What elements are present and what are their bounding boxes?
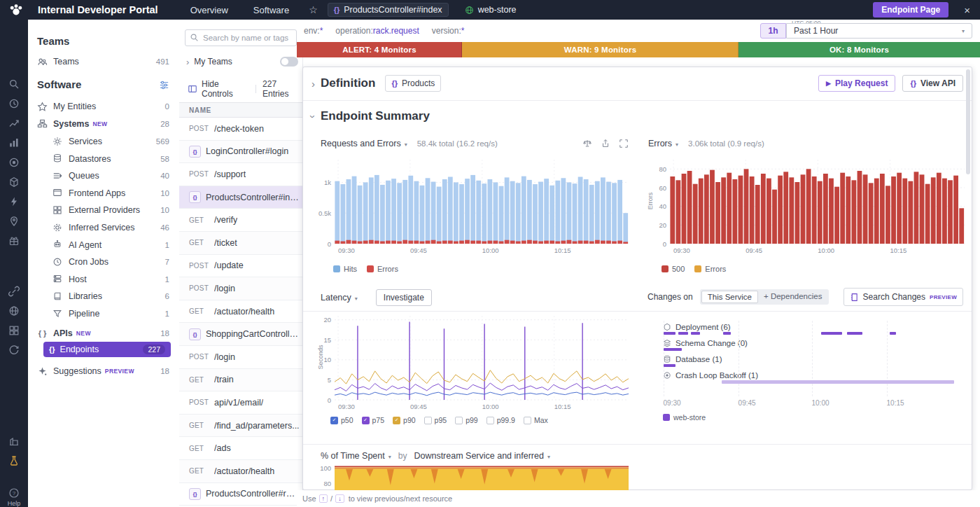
sidebar-item-datastores[interactable]: Datastores 58 [28,151,179,167]
legend-p99[interactable]: p99 [455,416,478,424]
table-row[interactable]: POST/support [179,163,302,186]
service-breadcrumb-chip[interactable]: web-store [458,3,523,17]
play-request-button[interactable]: ▶ Play Request [818,75,895,92]
entity-breadcrumb-chip[interactable]: {} ProductsController#index [328,3,449,17]
investigate-button[interactable]: Investigate [376,289,432,306]
view-api-button[interactable]: {} View API [902,75,963,92]
legend-500[interactable]: 500 [662,265,685,273]
labs-flask-icon[interactable] [8,455,20,466]
time-spent-dropdown[interactable]: % of Time Spent▾ [321,451,391,461]
requests-chart[interactable]: 1k0.5k009:3009:4510:0010:15 [318,158,629,258]
timeline-row-database[interactable]: Database (1) [663,354,722,364]
package-icon[interactable] [8,176,20,188]
timeline-row-schema-change[interactable]: Schema Change (0) [663,338,748,348]
table-row[interactable]: GET/ticket [179,232,302,255]
downstream-dropdown[interactable]: Downstream Service and inferred▾ [414,451,550,461]
dependencies-toggle[interactable]: + Dependencies [758,291,827,303]
gift-icon[interactable] [8,235,20,246]
table-row-selected[interactable]: {}ProductsController#index [179,186,302,209]
favorite-star-icon[interactable]: ☆ [309,4,318,15]
table-row[interactable]: POST/update [179,255,302,278]
table-row[interactable]: GET/actuator/health [179,460,302,483]
sidebar-item-external-providers[interactable]: External Providers 10 [28,202,179,218]
sync-icon[interactable] [8,345,20,356]
table-row[interactable]: POST/check-token [179,118,302,141]
filter-chip-version[interactable]: version:* [432,26,465,36]
my-teams-toggle[interactable] [280,57,298,67]
tab-overview[interactable]: Overview [190,5,228,15]
sidebar-item-ai-agent[interactable]: AI Agent 1 [28,237,179,254]
link-icon[interactable] [8,286,20,297]
pin-icon[interactable] [8,216,20,227]
legend-p75[interactable]: p75 [362,416,385,424]
sidebar-item-host[interactable]: Host 1 [28,271,179,288]
sidebar-item-suggestions[interactable]: Suggestions PREVIEW 18 [28,363,179,380]
name-column-header[interactable]: NAME [179,102,302,118]
sidebar-item-my-entities[interactable]: My Entities 0 [28,98,179,115]
table-row[interactable]: {}ShoppingCartController#... [179,323,302,346]
table-row[interactable]: GET/actuator/health [179,300,302,324]
chevron-right-icon[interactable]: › [186,57,189,67]
help-icon[interactable]: ? [8,487,20,499]
filter-chip-env[interactable]: env:* [304,26,323,36]
sidebar-item-libraries[interactable]: Libraries 6 [28,288,179,305]
requests-errors-dropdown[interactable]: Requests and Errors▾ [321,139,407,148]
alert-monitors-segment[interactable]: ALERT: 4 Monitors [297,42,462,57]
trend-icon[interactable] [8,118,20,129]
table-row[interactable]: POST/login [179,346,302,369]
legend-hits[interactable]: Hits [333,265,357,273]
endpoint-page-button[interactable]: Endpoint Page [873,2,948,18]
export-icon[interactable] [601,139,610,148]
table-row[interactable]: GET/verify [179,209,302,232]
timeline-row-crash-loop[interactable]: Crash Loop Backoff (1) [663,370,758,380]
metrics-icon[interactable] [8,137,20,148]
time-spent-chart[interactable]: 10080 [318,463,629,491]
latency-chart[interactable]: 2015105009:3009:4510:0010:15Seconds [318,314,629,414]
time-range-short[interactable]: 1h [760,23,786,39]
legend-errors-orange[interactable]: Errors [694,265,726,273]
sidebar-item-cron-jobs[interactable]: Cron Jobs 7 [28,254,179,270]
sidebar-item-apis[interactable]: { } APIs NEW 18 [28,325,179,342]
bolt-icon[interactable] [8,196,20,207]
sidebar-item-endpoints-selected[interactable]: {} Endpoints 227 [43,342,171,357]
chevron-right-icon[interactable]: › [312,78,315,90]
this-service-toggle[interactable]: This Service [701,291,758,303]
scrollbar-thumb[interactable] [966,69,970,174]
sidebar-item-inferred-services[interactable]: Inferred Services 46 [28,219,179,236]
table-row[interactable]: {}LoginController#login [179,141,302,164]
products-service-chip[interactable]: {} Products [385,75,441,92]
sidebar-item-systems[interactable]: Systems NEW 28 [28,116,179,132]
tab-software[interactable]: Software [253,5,289,15]
search-changes-button[interactable]: Search Changes PREVIEW [844,288,963,306]
table-row[interactable]: GET/train [179,369,302,392]
ok-monitors-segment[interactable]: OK: 8 Monitors [738,42,980,57]
history-icon[interactable] [8,98,20,109]
errors-chart[interactable]: 80604020009:3009:4510:0010:15Errors [648,158,965,258]
legend-p95[interactable]: p95 [424,416,447,424]
legend-p50[interactable]: p50 [330,416,354,424]
scale-icon[interactable] [582,139,592,148]
search-input[interactable] [185,29,297,46]
table-row[interactable]: {}ProductsController#reco... [179,483,302,506]
filter-chip-operation[interactable]: operation:rack.request [335,26,419,36]
latency-dropdown[interactable]: Latency▾ [321,293,358,303]
table-row[interactable]: POSTapi/v1/email/ [179,391,302,415]
legend-max[interactable]: Max [524,416,548,424]
sidebar-item-services[interactable]: Services 569 [28,133,179,150]
fullscreen-icon[interactable] [619,139,629,148]
time-range-dropdown[interactable]: Past 1 Hour ▾ [786,23,972,39]
legend-web-store[interactable]: web-store [663,413,706,422]
sidebar-item-frontend-apps[interactable]: Frontend Apps 10 [28,185,179,202]
legend-p90[interactable]: p90 [393,416,416,424]
hide-controls-button[interactable]: Hide Controls [202,79,249,99]
apps-grid-icon[interactable] [8,325,20,336]
legend-p99-9[interactable]: p99.9 [486,416,515,424]
errors-dropdown[interactable]: Errors▾ [648,139,678,148]
table-row[interactable]: GET/find_ad/parameters... [179,415,302,438]
table-row[interactable]: POST/login [179,277,302,300]
sidebar-item-teams[interactable]: Teams 491 [28,53,179,70]
sidebar-item-queues[interactable]: Queues 40 [28,167,179,184]
monitor-target-icon[interactable] [8,157,20,168]
close-icon[interactable]: × [964,4,970,16]
legend-errors[interactable]: Errors [367,265,398,273]
